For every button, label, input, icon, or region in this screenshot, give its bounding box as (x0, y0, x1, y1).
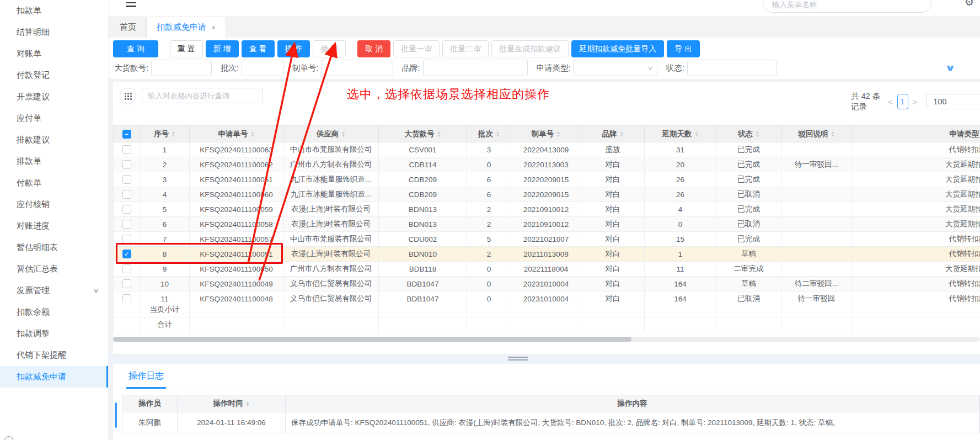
column-header[interactable]: 驳回说明▲▼ (781, 126, 852, 142)
table-row[interactable]: 1KFSQ2024011100063中山市布梵服装有限公司CSV00132022… (114, 142, 980, 157)
sidebar-item[interactable]: 对账进度 (0, 215, 108, 237)
table-row[interactable]: 4KFSQ2024011100060九江市冰能量服饰织造...CDB209620… (114, 187, 980, 202)
filter-select[interactable]: ∨ (574, 60, 657, 76)
sort-icon[interactable]: ▲▼ (831, 131, 835, 137)
log-row[interactable]: 朱阿鹏2024-01-11 16:49:06保存成功申请单号: KFSQ2024… (122, 412, 979, 433)
filter-collapse-icon[interactable]: ∨ (945, 63, 956, 73)
sort-icon[interactable]: ▲▼ (251, 131, 255, 137)
table-search-input[interactable] (142, 88, 263, 103)
column-header[interactable]: 制单号▲▼ (511, 126, 581, 142)
column-header[interactable]: 序号▲▼ (140, 126, 190, 142)
select-all-checkbox[interactable]: − (122, 130, 131, 139)
scroll-indicator[interactable] (115, 402, 117, 428)
filter-input[interactable] (322, 60, 393, 76)
filter-input[interactable] (151, 60, 212, 76)
gear-icon[interactable]: ⚙ (965, 0, 974, 8)
toolbar-button[interactable]: 重 置 (170, 40, 203, 57)
toolbar-button[interactable]: 延期扣款减免批量导入 (571, 40, 664, 57)
close-icon[interactable]: × (211, 23, 216, 32)
sidebar-item[interactable]: 开票建议 (0, 86, 108, 108)
sidebar-item[interactable]: 暂估明细表 (0, 237, 108, 258)
toolbar-button[interactable]: 导 出 (667, 40, 700, 57)
row-checkbox[interactable] (122, 145, 131, 154)
table-row[interactable]: 3KFSQ2024011100061九江市冰能量服饰织造...CDB209620… (114, 172, 980, 187)
log-column-header[interactable]: 操作时间▲▼ (178, 395, 286, 412)
table-row[interactable]: 9KFSQ2024011100050广州市八方制衣有限公司BDB11802022… (114, 262, 980, 277)
sort-icon[interactable]: ▲▼ (341, 131, 345, 137)
row-checkbox[interactable] (122, 205, 131, 214)
row-checkbox[interactable] (122, 235, 131, 243)
prev-page-icon[interactable]: < (888, 97, 893, 107)
sort-icon[interactable]: ▲▼ (437, 131, 441, 137)
sort-icon[interactable]: ▲▼ (496, 131, 500, 137)
column-settings-icon[interactable] (120, 88, 136, 104)
splitter-handle-icon[interactable] (508, 357, 528, 362)
tab-active[interactable]: 扣款减免申请× (147, 17, 226, 38)
global-search-input[interactable] (772, 1, 922, 9)
row-checkbox[interactable] (122, 294, 131, 303)
log-column-header[interactable]: 操作员 (122, 395, 178, 412)
sidebar-bottom-item[interactable]: ◦ (4, 436, 13, 440)
select-all-header[interactable]: − (114, 126, 140, 142)
log-column-header[interactable]: 操作内容 (286, 395, 979, 412)
sort-icon[interactable]: ▲▼ (620, 131, 624, 137)
column-header[interactable]: 供应商▲▼ (283, 126, 379, 142)
sidebar-item[interactable]: 排款单 (0, 151, 108, 172)
table-row[interactable]: 10KFSQ2024011100049义乌市侣仁贸易有限公司BDB1047020… (114, 277, 980, 291)
column-header[interactable]: 状态▲▼ (716, 126, 781, 142)
sidebar-item[interactable]: 代销下架提醒 (0, 344, 108, 366)
row-checkbox[interactable] (122, 160, 131, 169)
page-size-select[interactable]: 100 (926, 94, 980, 109)
sidebar-item[interactable]: 扣款余额 (0, 301, 108, 323)
row-checkbox[interactable] (122, 279, 131, 288)
table-row[interactable]: 5KFSQ2024011100059衣漫(上海)时装有限公司BDN0132202… (114, 202, 980, 217)
tab-home[interactable]: 首页 (110, 17, 147, 38)
filter-input[interactable] (687, 60, 776, 76)
sidebar-item[interactable]: 暂估汇总表 (0, 258, 108, 280)
column-header[interactable]: 延期天数▲▼ (645, 126, 716, 142)
panel-splitter[interactable] (109, 354, 980, 364)
column-header[interactable]: 品牌▲▼ (581, 126, 645, 142)
sidebar-item[interactable]: 付款单 (0, 172, 108, 194)
sort-icon[interactable]: ▲▼ (556, 131, 560, 137)
filter-input[interactable] (242, 60, 283, 76)
scrollbar-thumb[interactable] (113, 337, 631, 342)
table-row[interactable]: 7KFSQ2024011100057中山市布梵服装有限公司CDU00252022… (114, 232, 980, 247)
sidebar-item[interactable]: 应付核销 (0, 194, 108, 215)
filter-input[interactable] (423, 60, 528, 76)
toolbar-button[interactable]: 查 询 (113, 40, 158, 57)
table-row[interactable]: 2KFSQ2024011100062广州市八方制衣有限公司CDB11402022… (114, 157, 980, 172)
sort-icon[interactable]: ▲▼ (756, 131, 759, 137)
toolbar-button[interactable]: 取 消 (357, 40, 390, 57)
sidebar-item[interactable]: 对账单 (0, 43, 108, 65)
sort-icon[interactable]: ▲▼ (695, 131, 699, 137)
current-page[interactable]: 1 (897, 94, 908, 109)
row-checkbox[interactable] (122, 264, 131, 273)
sidebar-item[interactable]: 付款登记 (0, 65, 108, 86)
column-header[interactable]: 大货款号▲▼ (379, 126, 467, 142)
sidebar-item[interactable]: 扣款减免申请 (0, 366, 108, 388)
global-search[interactable] (763, 0, 931, 13)
toolbar-button[interactable]: 查 看 (242, 40, 275, 57)
column-header[interactable]: 申请单号▲▼ (190, 126, 283, 142)
toolbar-button[interactable]: 新 增 (206, 40, 239, 57)
column-header[interactable]: 申请类型▲▼ (852, 126, 980, 142)
sort-icon[interactable]: ▲▼ (172, 131, 175, 137)
hamburger-icon[interactable] (126, 0, 136, 7)
table-row[interactable]: ✓8KFSQ2024011100051衣漫(上海)时装有限公司BDN010220… (114, 247, 980, 262)
sidebar-item[interactable]: 扣款调整 (0, 323, 108, 344)
sidebar-item[interactable]: 排款建议 (0, 129, 108, 151)
column-header[interactable]: 批次▲▼ (467, 126, 511, 142)
horizontal-scrollbar[interactable] (113, 337, 980, 342)
toolbar-button[interactable]: 操 作 (277, 40, 310, 57)
table-row[interactable]: 11KFSQ2024011100048义乌市侣仁贸易有限公司BDB1047020… (114, 291, 980, 303)
table-row[interactable]: 6KFSQ2024011100058衣漫(上海)时装有限公司BDN0132202… (114, 217, 980, 232)
next-page-icon[interactable]: > (913, 97, 918, 107)
sidebar-item[interactable]: 应付单 (0, 108, 108, 129)
sort-icon[interactable]: ▲▼ (246, 401, 250, 407)
row-checkbox[interactable]: ✓ (122, 250, 131, 258)
sidebar-item[interactable]: 发票管理∨ (0, 280, 108, 301)
row-checkbox[interactable] (122, 220, 131, 229)
row-checkbox[interactable] (122, 175, 131, 184)
tab-operation-log[interactable]: 操作日志 (126, 370, 166, 389)
